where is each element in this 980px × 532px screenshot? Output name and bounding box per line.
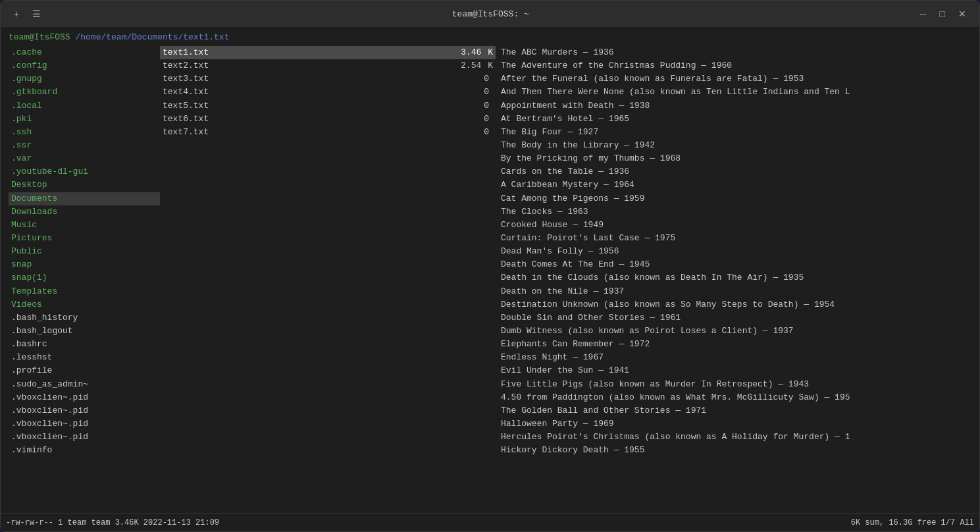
file-item-left[interactable]: .bash_history [9,311,160,325]
main-pane: .cache.config.gnupg.gtkboard.local.pki.s… [9,46,971,508]
dir-item[interactable]: .gtkboard [9,86,160,99]
file-item-left[interactable]: .vboxclien~.pid [9,404,160,417]
file-item-left[interactable]: .bashrc [9,338,160,351]
dir-item[interactable]: .cache [9,46,160,59]
file-row[interactable]: text6.txt0 [160,113,496,126]
file-item-left[interactable]: .vboxclien~.pid [9,431,160,444]
content-line: Endless Night — 1967 [501,351,971,364]
file-name: text3.txt [163,72,473,86]
dir-item[interactable]: Templates [9,285,160,298]
right-panel: The ABC Murders — 1936The Adventure of t… [496,46,971,508]
content-line: Death Comes At The End — 1945 [501,258,971,271]
file-size: 2.54 [442,59,481,72]
content-line: Halloween Party — 1969 [501,417,971,431]
file-name: text2.txt [163,59,442,72]
dir-item[interactable]: .ssr [9,139,160,152]
dir-item[interactable]: Desktop [9,178,160,192]
content-line: Five Little Pigs (also known as Murder I… [501,378,971,391]
file-lines: 0 [473,72,493,86]
content-line: Cards on the Table — 1936 [501,165,971,178]
content-line: The Clocks — 1963 [501,205,971,219]
content-line: Crooked House — 1949 [501,219,971,232]
file-item-left[interactable]: .bash_logout [9,325,160,338]
content-line: The ABC Murders — 1936 [501,46,971,59]
content-line: And Then There Were None (also known as … [501,86,971,99]
content-line: Double Sin and Other Stories — 1961 [501,311,971,325]
new-tab-button[interactable]: + [11,7,22,20]
menu-button[interactable]: ☰ [30,7,43,20]
status-bar: -rw-rw-r-- 1 team team 3.46K 2022-11-13 … [1,513,979,531]
minimize-button[interactable]: ─ [917,7,929,20]
dir-item[interactable]: snap(1) [9,271,160,284]
current-path: /home/team/Documents/text1.txt [70,32,230,42]
dir-item[interactable]: snap [9,258,160,271]
content-line: The Big Four — 1927 [501,126,971,139]
file-item-left[interactable]: .sudo_as_admin~ [9,378,160,391]
content-line: Elephants Can Remember — 1972 [501,338,971,351]
window-title: team@ItsFOSS: ~ [64,9,917,19]
file-lines: 0 [473,113,493,126]
file-name: text4.txt [163,86,473,99]
title-bar: + ☰ team@ItsFOSS: ~ ─ □ ✕ [1,1,979,27]
user-host: team@ItsFOSS [9,32,70,42]
dir-item[interactable]: Videos [9,298,160,311]
file-row[interactable]: text2.txt2.54 K [160,59,496,72]
content-line: Dumb Witness (also known as Poirot Loses… [501,325,971,338]
dir-item[interactable]: .local [9,99,160,113]
file-row[interactable]: text5.txt0 [160,99,496,113]
content-line: Destination Unknown (also known as So Ma… [501,298,971,311]
content-line: By the Pricking of my Thumbs — 1968 [501,152,971,165]
file-unit: K [481,59,493,72]
file-item-left[interactable]: .lesshst [9,351,160,364]
content-line: Cat Among the Pigeons — 1959 [501,192,971,205]
content-line: Curtain: Poirot's Last Case — 1975 [501,232,971,245]
status-right: 6K sum, 16.3G free 1/7 All [851,518,974,527]
status-left: -rw-rw-r-- 1 team team 3.46K 2022-11-13 … [6,518,219,527]
middle-panel: text1.txt3.46 Ktext2.txt2.54 Ktext3.txt0… [160,46,496,508]
file-row[interactable]: text4.txt0 [160,86,496,99]
file-name: text6.txt [163,113,473,126]
file-row[interactable]: text3.txt0 [160,72,496,86]
file-item-left[interactable]: .profile [9,364,160,377]
dir-item[interactable]: .youtube-dl-gui [9,165,160,178]
maximize-button[interactable]: □ [937,7,948,20]
content-line: 4.50 from Paddington (also known as What… [501,391,971,404]
file-lines: 0 [473,86,493,99]
content-line: The Body in the Library — 1942 [501,139,971,152]
file-name: text5.txt [163,99,473,113]
title-bar-left: + ☰ [11,7,64,20]
file-name: text1.txt [163,46,442,59]
file-row[interactable]: text7.txt0 [160,126,496,139]
dir-item[interactable]: .pki [9,113,160,126]
content-line: Hercules Poirot's Christmas (also known … [501,431,971,444]
content-line: Evil Under the Sun — 1941 [501,364,971,377]
content-line: After the Funeral (also known as Funeral… [501,72,971,86]
dir-item[interactable]: .ssh [9,126,160,139]
file-item-left[interactable]: .vboxclien~.pid [9,391,160,404]
window-controls: ─ □ ✕ [917,7,969,20]
content-line: Death in the Clouds (also known as Death… [501,271,971,284]
file-item-left[interactable]: .viminfo [9,444,160,457]
content-line: Dead Man's Folly — 1956 [501,245,971,258]
close-button[interactable]: ✕ [956,7,969,20]
dir-item[interactable]: Music [9,219,160,232]
dir-item[interactable]: Pictures [9,232,160,245]
file-unit: K [481,46,493,59]
content-line: Appointment with Death — 1938 [501,99,971,113]
file-row[interactable]: text1.txt3.46 K [160,46,496,59]
dir-item[interactable]: Documents [9,192,160,205]
content-line: The Golden Ball and Other Stories — 1971 [501,404,971,417]
path-line: team@ItsFOSS /home/team/Documents/text1.… [9,32,971,42]
file-size: 3.46 [442,46,481,59]
content-line: A Caribbean Mystery — 1964 [501,178,971,192]
terminal-content: team@ItsFOSS /home/team/Documents/text1.… [1,27,979,513]
content-line: Death on the Nile — 1937 [501,285,971,298]
dir-item[interactable]: Public [9,245,160,258]
dir-item[interactable]: .config [9,59,160,72]
dir-item[interactable]: .var [9,152,160,165]
dir-item[interactable]: .gnupg [9,72,160,86]
content-line: Hickory Dickory Death — 1955 [501,444,971,457]
dir-item[interactable]: Downloads [9,205,160,219]
file-lines: 0 [473,126,493,139]
file-item-left[interactable]: .vboxclien~.pid [9,417,160,431]
